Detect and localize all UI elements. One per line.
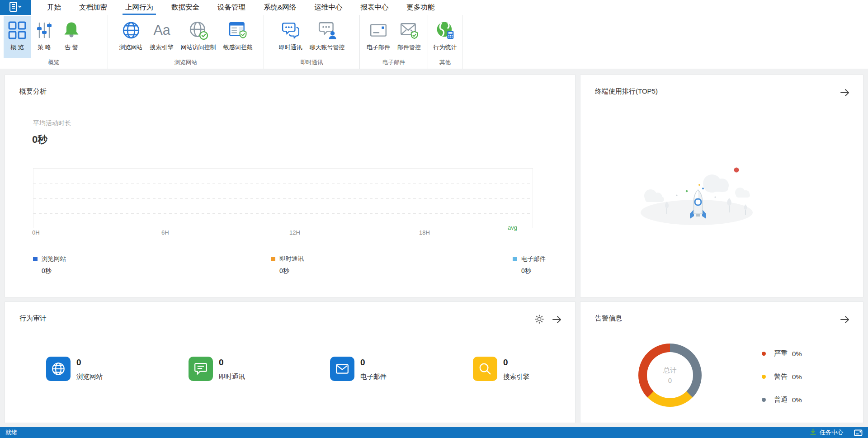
download-icon <box>810 429 816 437</box>
stat-email[interactable]: 0 电子邮件 <box>330 357 387 381</box>
ribbon-group-label: 即时通讯 <box>264 58 359 69</box>
tab-bar: 开始 文档加密 上网行为 数据安全 设备管理 系统&网络 运维中心 报表中心 更… <box>0 0 868 15</box>
legend-dot <box>762 398 766 402</box>
metric-value: 0秒 <box>32 133 47 146</box>
panel-summary-analysis: 概要分析 平均活动时长 0秒 avg 0H 6H 12H 18H 浏览网站 0秒… <box>5 75 576 297</box>
task-center-label: 任务中心 <box>820 429 843 437</box>
dashboard: 概要分析 平均活动时长 0秒 avg 0H 6H 12H 18H 浏览网站 0秒… <box>0 69 868 427</box>
legend-swatch <box>271 257 275 261</box>
stat-search-engine[interactable]: 0 搜索引擎 <box>473 357 529 381</box>
message-icon[interactable] <box>854 429 863 436</box>
stat-value: 0 <box>503 358 529 367</box>
ribbon-item-label: 行为统计 <box>434 43 457 52</box>
globe-check-icon <box>189 20 208 40</box>
gridline <box>33 198 533 199</box>
globe-icon <box>46 357 71 381</box>
legend-value: 0% <box>792 396 802 404</box>
ribbon-item-alert[interactable]: 告 警 <box>58 16 85 58</box>
blue-dot <box>702 188 704 189</box>
sliders-icon <box>34 20 54 40</box>
stat-instant-messaging[interactable]: 0 即时通讯 <box>189 357 245 381</box>
tab-system-network[interactable]: 系统&网络 <box>255 0 305 15</box>
alarm-donut-chart: 总计 0 <box>638 344 702 407</box>
tab-data-security[interactable]: 数据安全 <box>162 0 208 15</box>
stat-label: 搜索引擎 <box>503 372 529 381</box>
panel-title: 告警信息 <box>595 314 622 323</box>
donut-center-value: 0 <box>668 377 672 384</box>
ribbon: 概 览 策 略 <box>0 15 868 69</box>
doc-shield-icon <box>228 20 248 40</box>
empty-state-illustration <box>632 164 767 227</box>
tab-ops-center[interactable]: 运维中心 <box>305 0 351 15</box>
ribbon-item-overview[interactable]: 概 览 <box>4 16 31 58</box>
x-tick: 18H <box>419 229 430 236</box>
arrow-right-icon[interactable] <box>840 87 850 98</box>
x-tick: 12H <box>289 229 300 236</box>
ribbon-item-browse-website[interactable]: 浏览网站 <box>116 16 146 58</box>
globe-calc-icon <box>435 20 455 40</box>
stat-value: 0 <box>360 358 387 367</box>
ribbon-item-label: 聊天账号管控 <box>310 43 345 52</box>
legend-label: 严重 <box>774 349 788 358</box>
task-center-button[interactable]: 任务中心 <box>810 429 843 437</box>
ribbon-item-behavior-statistics[interactable]: 行为统计 <box>430 16 461 58</box>
legend-label: 浏览网站 <box>42 255 66 263</box>
arrow-right-icon[interactable] <box>552 314 562 325</box>
panel-terminal-top5: 终端使用排行(TOP5) <box>580 75 863 297</box>
ribbon-item-website-access-control[interactable]: 网站访问控制 <box>177 16 220 58</box>
panel-title: 概要分析 <box>19 87 47 96</box>
ribbon-item-sensitive-word-block[interactable]: 敏感词拦截 <box>220 16 256 58</box>
tab-report-center[interactable]: 报表中心 <box>351 0 397 15</box>
globe-icon <box>121 20 141 40</box>
ribbon-item-mail-control[interactable]: 邮件管控 <box>394 16 425 58</box>
ribbon-group-label: 其他 <box>428 58 462 69</box>
stat-browse-website[interactable]: 0 浏览网站 <box>46 357 103 381</box>
tab-start[interactable]: 开始 <box>38 0 70 15</box>
search-icon <box>473 357 497 381</box>
avg-line <box>33 228 533 228</box>
tab-more-functions[interactable]: 更多功能 <box>397 0 443 15</box>
ribbon-item-search-engine[interactable]: Aa 搜索引擎 <box>146 16 177 58</box>
legend-value: 0秒 <box>521 267 546 275</box>
legend-item-browse: 浏览网站 0秒 <box>33 255 66 275</box>
ribbon-item-email[interactable]: 电子邮件 <box>363 16 394 58</box>
ribbon-item-instant-messaging[interactable]: 即时通讯 <box>275 16 306 58</box>
stat-label: 电子邮件 <box>360 372 387 381</box>
legend-item-email: 电子邮件 0秒 <box>513 255 546 275</box>
app-window: 开始 文档加密 上网行为 数据安全 设备管理 系统&网络 运维中心 报表中心 更… <box>0 0 868 438</box>
svg-text:Aa: Aa <box>153 23 170 38</box>
ribbon-item-chat-account-control[interactable]: 聊天账号管控 <box>306 16 349 58</box>
ribbon-group-overview: 概 览 策 略 <box>0 15 108 69</box>
ribbon-item-label: 告 警 <box>65 43 78 52</box>
gear-icon[interactable] <box>534 314 545 325</box>
cloud <box>703 174 729 193</box>
chat-user-icon <box>317 20 337 40</box>
green-dot <box>686 190 688 192</box>
yellow-dot <box>698 184 700 186</box>
ribbon-group-im: 即时通讯 聊天账号管控 即时通讯 <box>264 15 360 69</box>
ribbon-item-label: 浏览网站 <box>119 43 143 52</box>
x-tick: 0H <box>32 229 40 236</box>
legend-label: 警告 <box>774 372 788 381</box>
panel-title: 终端使用排行(TOP5) <box>595 87 658 96</box>
ribbon-group-other: 行为统计 其他 <box>428 15 462 69</box>
ribbon-item-label: 概 览 <box>10 43 24 52</box>
donut-center-label: 总计 <box>663 366 677 375</box>
arrow-right-icon[interactable] <box>840 314 850 325</box>
stat-value: 0 <box>219 358 245 367</box>
ribbon-group-label: 概览 <box>0 58 108 69</box>
legend-dot <box>762 375 766 379</box>
tab-device-management[interactable]: 设备管理 <box>208 0 255 15</box>
tab-doc-encrypt[interactable]: 文档加密 <box>70 0 116 15</box>
ribbon-item-label: 敏感词拦截 <box>223 43 253 52</box>
alarm-legend-normal: 普通 0% <box>762 396 802 404</box>
mail-icon <box>330 357 354 381</box>
app-menu-button[interactable] <box>0 0 31 15</box>
grid-icon <box>7 20 27 40</box>
ribbon-item-policy[interactable]: 策 略 <box>31 16 58 58</box>
chat-icon <box>281 20 301 40</box>
mail-shield-icon <box>399 20 419 40</box>
tab-internet-behavior[interactable]: 上网行为 <box>116 0 162 15</box>
panel-behavior-audit: 行为审计 0 浏览网站 <box>5 301 576 423</box>
legend-label: 电子邮件 <box>521 255 546 263</box>
